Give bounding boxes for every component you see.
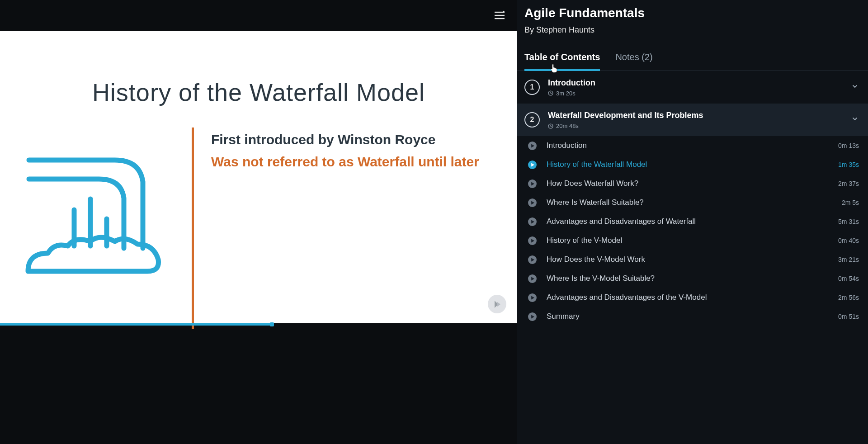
expand-toggle[interactable] <box>852 116 858 124</box>
lesson-row[interactable]: How Does Waterfall Work?2m 37s <box>517 174 868 193</box>
lesson-title: Advantages and Disadvantages of the V-Mo… <box>547 293 823 302</box>
toggle-sidebar-button[interactable] <box>492 8 507 23</box>
lesson-row[interactable]: History of the Waterfall Model1m 35s <box>517 155 868 174</box>
chevron-down-icon <box>852 116 858 122</box>
lesson-duration: 3m 21s <box>833 256 859 263</box>
course-author: By Stephen Haunts <box>524 25 857 35</box>
player-controls-area <box>0 326 517 444</box>
slide-bullet-1: First introduced by Winston Royce <box>211 132 435 147</box>
lesson-duration: 2m 56s <box>833 294 859 301</box>
play-icon <box>528 236 537 245</box>
progress-bar[interactable] <box>0 323 517 326</box>
module-row[interactable]: 1Introduction3m 20s <box>517 71 868 104</box>
play-icon <box>528 198 537 207</box>
module-meta: Introduction3m 20s <box>548 78 844 97</box>
progress-fill <box>0 323 272 326</box>
module-number: 1 <box>524 80 540 95</box>
play-icon <box>528 274 537 283</box>
lesson-title: How Does the V-Model Work <box>547 255 823 264</box>
lesson-duration: 0m 54s <box>833 275 859 282</box>
lesson-title: Introduction <box>547 141 823 150</box>
play-logo-icon <box>493 300 502 309</box>
tab-table-of-contents[interactable]: Table of Contents <box>524 48 600 71</box>
collapse-panel-icon <box>494 10 505 20</box>
lesson-row[interactable]: Advantages and Disadvantages of Waterfal… <box>517 212 868 231</box>
lesson-duration: 1m 35s <box>833 161 859 168</box>
clock-icon <box>548 123 553 129</box>
app-root: History of the Waterfall Model First int… <box>0 0 868 444</box>
lesson-title: How Does Waterfall Work? <box>547 179 823 188</box>
tab-notes[interactable]: Notes (2) <box>615 48 652 71</box>
module-number: 2 <box>524 112 540 128</box>
course-title: Agile Fundamentals <box>524 5 857 21</box>
lesson-title: Advantages and Disadvantages of Waterfal… <box>547 217 823 226</box>
sidebar-header: Agile Fundamentals By Stephen Haunts <box>517 0 868 35</box>
divider <box>192 128 194 329</box>
module-duration: 3m 20s <box>548 90 844 97</box>
lesson-title: Summary <box>547 312 823 321</box>
sidebar-tabs: Table of Contents Notes (2) <box>517 48 868 71</box>
chevron-down-icon <box>852 83 858 90</box>
expand-toggle[interactable] <box>852 83 858 91</box>
play-icon <box>528 142 537 150</box>
module-row[interactable]: 2Waterfall Development and Its Problems2… <box>517 104 868 136</box>
lesson-row[interactable]: Where Is Waterfall Suitable?2m 5s <box>517 193 868 212</box>
play-icon <box>528 217 537 226</box>
lesson-title: Where Is the V-Model Suitable? <box>547 274 823 283</box>
slide-bullet-2: Was not referred to as Waterfall until l… <box>211 154 479 170</box>
lesson-duration: 5m 31s <box>833 218 859 225</box>
waterfall-icon <box>24 156 162 276</box>
lesson-duration: 0m 51s <box>833 313 859 320</box>
lesson-row[interactable]: History of the V-Model0m 40s <box>517 231 868 250</box>
modules-list: 1Introduction3m 20s2Waterfall Developmen… <box>517 71 868 444</box>
lesson-row[interactable]: How Does the V-Model Work3m 21s <box>517 250 868 269</box>
course-sidebar: Agile Fundamentals By Stephen Haunts Tab… <box>517 0 868 444</box>
play-icon <box>528 179 537 188</box>
lesson-duration: 0m 40s <box>833 237 859 244</box>
player-top-bar <box>0 0 517 31</box>
video-slide[interactable]: History of the Waterfall Model First int… <box>0 31 517 323</box>
play-icon <box>528 293 537 302</box>
module-title: Waterfall Development and Its Problems <box>548 110 844 121</box>
lessons-list: Introduction0m 13sHistory of the Waterfa… <box>517 136 868 326</box>
lesson-duration: 0m 13s <box>833 142 859 149</box>
lesson-title: History of the V-Model <box>547 236 823 245</box>
clock-icon <box>548 90 553 96</box>
lesson-row[interactable]: Where Is the V-Model Suitable?0m 54s <box>517 269 868 288</box>
module-meta: Waterfall Development and Its Problems20… <box>548 110 844 129</box>
progress-handle[interactable] <box>270 322 274 326</box>
module-duration: 20m 48s <box>548 123 844 129</box>
lesson-row[interactable]: Advantages and Disadvantages of the V-Mo… <box>517 288 868 307</box>
lesson-duration: 2m 37s <box>833 180 859 187</box>
play-icon <box>528 312 537 321</box>
slide-title: History of the Waterfall Model <box>0 78 517 106</box>
lesson-row[interactable]: Summary0m 51s <box>517 307 868 326</box>
watermark-badge <box>488 295 506 313</box>
module-title: Introduction <box>548 78 844 88</box>
lesson-duration: 2m 5s <box>833 199 859 206</box>
lesson-title: Where Is Waterfall Suitable? <box>547 198 823 207</box>
lesson-row[interactable]: Introduction0m 13s <box>517 136 868 155</box>
play-icon <box>528 161 537 169</box>
lesson-title: History of the Waterfall Model <box>547 160 823 169</box>
play-icon <box>528 255 537 264</box>
player-column: History of the Waterfall Model First int… <box>0 0 517 444</box>
